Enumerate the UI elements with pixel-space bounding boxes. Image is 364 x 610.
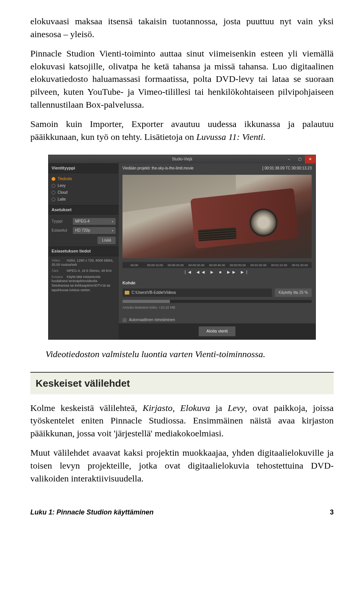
paragraph-5: Muut välilehdet avaavat kaksi projektin … [30,447,334,485]
project-label: Viedään projekti: the-sky-is-the-limit.m… [122,166,194,171]
export-type-levy[interactable]: Levy [52,182,116,189]
tick: 00:00:10.00 [145,263,166,267]
auto-naming-checkbox[interactable] [122,318,127,322]
window-close-button[interactable]: ✕ [305,155,315,163]
vientityyppi-header: Vientityyppi [49,163,119,173]
paragraph-3: Samoin kuin Importer, Exporter avautuu u… [30,118,334,143]
paragraph-4: Kolme keskeistä välilehteä, Kirjasto, El… [30,402,334,440]
tick: 00:00:40.00 [207,263,228,267]
radio-label: Levy [58,183,66,188]
footer-page-number: 3 [330,508,334,517]
tick: 00:00:20.00 [165,263,186,267]
preset-value: HD 720p [75,228,90,233]
radio-icon [52,191,55,194]
p4-kirjasto: Kirjasto [143,403,173,413]
preset-label: Esiasetut [52,228,71,233]
esiasetuksen-header: Esiasetuksen tiedot [49,246,119,256]
aani-v: MPEG-4, 16 b Stereo, 48 kHz [67,269,112,273]
footer-chapter-label: Luku 1: Pinnacle Studion käyttäminen [30,508,154,517]
p3-text-a: Samoin kuin Importer, Exporter avautuu u… [30,119,334,142]
window-minimize-button[interactable]: – [284,155,294,163]
radio-icon [52,184,55,188]
app-titlebar: Studio-Viejä – ▢ ✕ [49,155,315,163]
asetukset-body: TyyppiMPEG-4▾ EsiasetutHD 720p▾ Lisää [49,215,119,246]
type-label: Tyyppi [52,219,71,224]
disk-usage-bar [122,300,312,303]
start-export-button[interactable]: Aloita vienti [199,326,235,336]
radio-label: Cloud [58,190,67,195]
folder-icon [125,291,129,295]
tick: 00:00:50.00 [228,263,248,267]
page-footer: Luku 1: Pinnacle Studion käyttäminen 3 [30,508,334,517]
p4-levy: Levy [228,403,245,413]
export-type-cloud[interactable]: Cloud [52,189,116,196]
tick: 00:01:10.00 [269,263,290,267]
esiasetuksen-body: VideoH264, 1280 x 720, 8000 kBit/s, 25.0… [49,256,119,298]
type-value: MPEG-4 [75,219,89,224]
tick: 00:01:20.00 [290,263,311,267]
radio-label: Tiedosto [58,176,72,182]
app-right-pane: Viedään projekti: the-sky-is-the-limit.m… [119,163,315,339]
type-select[interactable]: MPEG-4▾ [73,218,116,225]
video-preview[interactable] [122,175,312,258]
kuvaus-k: Kuvaus [52,275,67,279]
asetukset-header: Asetukset [49,205,119,215]
lisaa-button[interactable]: Lisää [97,237,116,244]
chevron-down-icon: ▾ [112,220,113,224]
export-type-laite[interactable]: Laite [52,196,116,203]
transport-controls[interactable]: |◀ ◀◀ ▶ ■ ▶▶ ▶| [119,269,315,278]
kohde-header: Kohde [119,278,315,287]
chevron-down-icon: ▾ [112,229,113,233]
p4-elokuva: Elokuva [180,403,210,413]
tick: 00:01:00.00 [248,263,269,267]
radio-icon [52,198,55,201]
app-left-sidebar: Vientityyppi Tiedosto Levy Cloud Laite A… [49,163,119,339]
radio-label: Laite [58,197,66,202]
tick: 00:00 [124,263,145,267]
timecode-display: [ 00:01:38.09 TC 00:00:13.23 [262,166,312,171]
auto-naming-label: Automaattinen nimeäminen [129,317,175,323]
aani-k: Ääni [52,269,67,273]
timeline-ruler[interactable]: 00:00 00:00:10.00 00:00:20.00 00:00:30.0… [122,262,312,268]
preset-select[interactable]: HD 720p▾ [73,227,116,234]
destination-path: C:\Users\VB-Eddie\Videos [132,290,176,295]
destination-path-box[interactable]: C:\Users\VB-Eddie\Videos [122,289,272,297]
vientityyppi-body: Tiedosto Levy Cloud Laite [49,173,119,205]
window-maximize-button[interactable]: ▢ [294,155,305,163]
disk-usage-button[interactable]: Käytetty tila 25 % [275,289,312,297]
paragraph-2: Pinnacle Studion Vienti-toiminto auttaa … [30,47,334,111]
tick: 00:00:30.00 [186,263,207,267]
radio-icon [52,177,55,181]
p4-c: , [173,403,180,413]
export-type-tiedosto[interactable]: Tiedosto [52,176,116,182]
p3-text-c: . [263,132,265,142]
paragraph-1: elokuvaasi maksaa itsensä takaisin tuota… [30,15,334,41]
estimated-size-label: Arvioitu tiedoston koko: ≈10.22 MB [122,305,312,310]
p4-a: Kolme keskeistä välilehteä, [30,403,143,413]
section-header-keskeiset: Keskeiset välilehdet [30,372,334,394]
p3-italic-ref: Luvussa 11: Vienti [196,132,263,142]
exporter-app-window: Studio-Viejä – ▢ ✕ Vientityyppi Tiedosto… [48,155,316,339]
app-title: Studio-Viejä [172,157,192,162]
video-k: Video [52,259,67,263]
app-bottombar: Aloita vienti [119,323,315,339]
p4-e: ja [210,403,228,413]
figure-caption: Videotiedoston valmistelu luontia varten… [46,348,334,361]
